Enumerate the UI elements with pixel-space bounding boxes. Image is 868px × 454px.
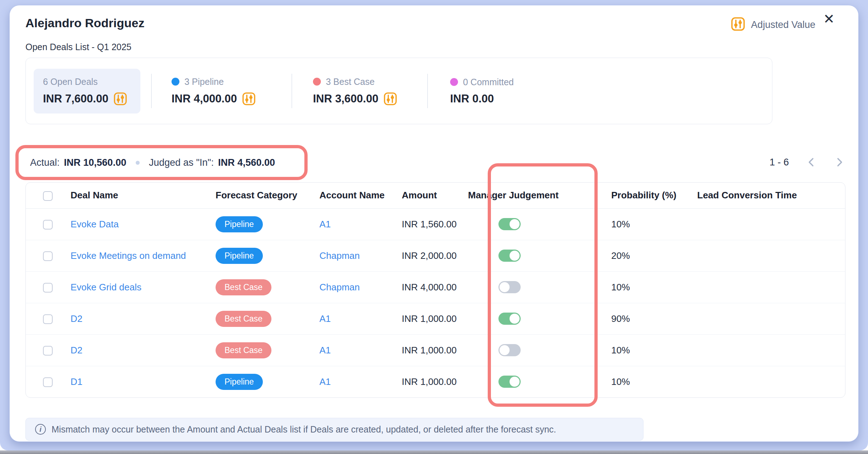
summary-card-value: INR 7,600.00 bbox=[43, 92, 108, 105]
category-dot bbox=[450, 78, 458, 86]
lead-conversion-cell bbox=[688, 240, 845, 271]
account-name-link[interactable]: A1 bbox=[319, 313, 331, 324]
pagination-range: 1 - 6 bbox=[770, 157, 789, 168]
judged-label: Judged as "In": bbox=[149, 157, 214, 168]
totals-annotation-highlight: Actual: INR 10,560.00 Judged as "In": IN… bbox=[15, 145, 308, 180]
lead-conversion-cell bbox=[688, 334, 845, 366]
account-name-link[interactable]: A1 bbox=[319, 376, 331, 387]
deal-name-link[interactable]: D2 bbox=[71, 313, 82, 324]
next-page-icon[interactable] bbox=[834, 156, 845, 168]
judged-value: INR 4,560.00 bbox=[218, 157, 275, 168]
adjusted-value-icon bbox=[731, 17, 745, 31]
row-checkbox[interactable] bbox=[43, 314, 53, 324]
column-header: Lead Conversion Time bbox=[688, 183, 845, 208]
row-checkbox[interactable] bbox=[43, 251, 53, 261]
forecast-category-badge: Pipeline bbox=[216, 374, 263, 390]
adjusted-value-icon bbox=[242, 92, 256, 106]
summary-divider bbox=[291, 74, 292, 108]
summary-card[interactable]: 0 Committed INR 0.00 bbox=[450, 77, 764, 105]
column-header: Amount bbox=[393, 183, 459, 208]
page-title: Alejandro Rodriguez bbox=[25, 16, 144, 30]
summary-card[interactable]: 6 Open Deals INR 7,600.00 bbox=[34, 69, 140, 114]
forecast-category-badge: Pipeline bbox=[216, 216, 263, 232]
lead-conversion-cell bbox=[688, 366, 845, 397]
amount-cell: INR 2,000.00 bbox=[393, 240, 459, 271]
column-header: Manager Judgement bbox=[459, 183, 602, 208]
account-name-link[interactable]: Chapman bbox=[319, 250, 360, 261]
lead-conversion-cell bbox=[688, 208, 845, 240]
lead-conversion-cell bbox=[688, 271, 845, 303]
sync-note: i Mismatch may occur between the Amount … bbox=[25, 418, 643, 441]
manager-judgement-toggle[interactable] bbox=[498, 250, 521, 262]
page-bottom-edge bbox=[0, 450, 868, 454]
column-header: Account Name bbox=[310, 183, 393, 208]
screen-background: ✕ Adjusted Value Alejandro Rodriguez Ope… bbox=[0, 0, 868, 454]
deal-name-link[interactable]: D1 bbox=[71, 376, 82, 387]
category-dot bbox=[172, 78, 179, 86]
manager-judgement-toggle[interactable] bbox=[498, 281, 521, 293]
manager-judgement-toggle[interactable] bbox=[498, 344, 521, 356]
table-row: Evoke Data Pipeline A1 INR 1,560.00 10% bbox=[26, 208, 845, 240]
manager-judgement-toggle[interactable] bbox=[498, 313, 521, 325]
table-header-row: Deal NameForecast CategoryAccount NameAm… bbox=[26, 183, 845, 208]
probability-cell: 10% bbox=[602, 334, 688, 366]
manager-judgement-toggle[interactable] bbox=[498, 376, 521, 388]
summary-card-label: 3 Pipeline bbox=[184, 77, 224, 87]
probability-cell: 20% bbox=[602, 240, 688, 271]
amount-cell: INR 1,000.00 bbox=[393, 334, 459, 366]
row-checkbox[interactable] bbox=[43, 377, 53, 387]
deal-name-link[interactable]: Evoke Meetings on demand bbox=[71, 250, 186, 261]
row-checkbox[interactable] bbox=[43, 283, 53, 293]
lead-conversion-cell bbox=[688, 303, 845, 334]
column-header: Probability (%) bbox=[602, 183, 688, 208]
forecast-category-badge: Best Case bbox=[216, 311, 271, 327]
manager-judgement-toggle[interactable] bbox=[498, 218, 521, 230]
summary-divider bbox=[427, 74, 428, 108]
row-checkbox[interactable] bbox=[43, 346, 53, 356]
probability-cell: 10% bbox=[602, 366, 688, 397]
summary-card[interactable]: 3 Best Case INR 3,600.00 bbox=[313, 77, 416, 106]
summary-card[interactable]: 3 Pipeline INR 4,000.00 bbox=[172, 77, 281, 106]
summary-card-value: INR 0.00 bbox=[450, 92, 494, 105]
deal-name-link[interactable]: Evoke Data bbox=[71, 219, 119, 230]
adjusted-value-icon bbox=[114, 92, 127, 106]
adjusted-value-icon-slot bbox=[731, 17, 745, 33]
category-dot bbox=[313, 78, 321, 86]
summary-card-value: INR 4,000.00 bbox=[172, 92, 237, 105]
deal-name-link[interactable]: D2 bbox=[71, 345, 82, 356]
account-name-link[interactable]: Chapman bbox=[319, 282, 360, 293]
toggle-knob bbox=[510, 219, 520, 229]
summary-box: 6 Open Deals INR 7,600.00 3 Pipeline INR… bbox=[25, 58, 772, 124]
column-header: Forecast Category bbox=[207, 183, 310, 208]
page-subtitle: Open Deals List - Q1 2025 bbox=[25, 42, 131, 52]
toggle-knob bbox=[500, 282, 510, 292]
forecast-category-badge: Best Case bbox=[216, 342, 271, 358]
close-icon[interactable]: ✕ bbox=[820, 10, 838, 28]
toggle-knob bbox=[510, 251, 520, 261]
actual-value: INR 10,560.00 bbox=[64, 157, 126, 168]
prev-page-icon[interactable] bbox=[806, 156, 817, 168]
account-name-link[interactable]: A1 bbox=[319, 345, 331, 356]
table-row: D1 Pipeline A1 INR 1,000.00 10% bbox=[26, 366, 845, 397]
amount-cell: INR 1,000.00 bbox=[393, 366, 459, 397]
amount-cell: INR 1,560.00 bbox=[393, 208, 459, 240]
separator-dot bbox=[136, 161, 140, 165]
adjusted-value-legend: Adjusted Value bbox=[731, 17, 815, 33]
summary-card-label: 3 Best Case bbox=[326, 77, 375, 87]
forecast-deals-modal: ✕ Adjusted Value Alejandro Rodriguez Ope… bbox=[9, 5, 859, 442]
toggle-knob bbox=[500, 345, 510, 355]
amount-cell: INR 1,000.00 bbox=[393, 303, 459, 334]
toggle-knob bbox=[510, 377, 520, 387]
info-icon: i bbox=[35, 424, 46, 435]
select-all-checkbox[interactable] bbox=[43, 191, 53, 201]
probability-cell: 10% bbox=[602, 271, 688, 303]
row-checkbox[interactable] bbox=[43, 220, 53, 230]
amount-cell: INR 4,000.00 bbox=[393, 271, 459, 303]
account-name-link[interactable]: A1 bbox=[319, 219, 331, 230]
pagination: 1 - 6 bbox=[770, 151, 845, 173]
table-row: Evoke Grid deals Best Case Chapman INR 4… bbox=[26, 271, 845, 303]
deal-name-link[interactable]: Evoke Grid deals bbox=[71, 282, 141, 293]
summary-card-value: INR 3,600.00 bbox=[313, 92, 378, 105]
summary-card-label: 6 Open Deals bbox=[43, 77, 98, 87]
summary-divider bbox=[151, 74, 152, 108]
